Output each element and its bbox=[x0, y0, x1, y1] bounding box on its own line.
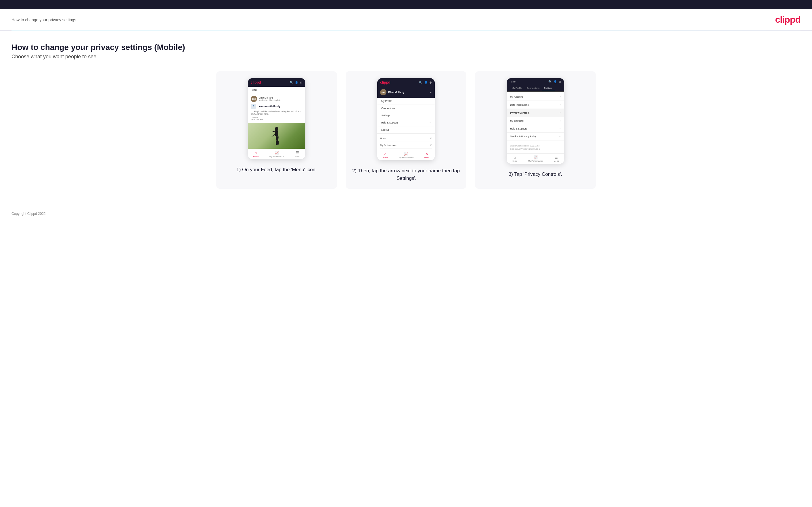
phone2-nav-menu[interactable]: ✕ Menu bbox=[424, 152, 429, 159]
lesson-row: 🏌 Lesson with Fordy bbox=[251, 104, 303, 109]
dropdown-user-row[interactable]: BM Blair McHarg ∧ bbox=[377, 87, 435, 98]
step-3-caption: 3) Tap 'Privacy Controls'. bbox=[509, 171, 562, 178]
my-account-label: My Account bbox=[510, 95, 523, 98]
menu-icon: ☰ bbox=[555, 155, 558, 159]
phone3-icons: 🔍 👤 ⚙ bbox=[548, 80, 561, 83]
dropdown-menu: My Profile Connections Settings Help & S… bbox=[377, 98, 435, 134]
phone1-nav-menu[interactable]: ☰ Menu bbox=[295, 151, 300, 157]
search-icon: 🔍 bbox=[419, 81, 422, 84]
step-1-caption: 1) On your Feed, tap the 'Menu' icon. bbox=[236, 166, 317, 173]
performance-section-label: My Performance bbox=[380, 144, 397, 147]
lesson-icon: 🏌 bbox=[251, 104, 256, 109]
chevron-down-icon: ∨ bbox=[430, 137, 432, 140]
phone2-nav-section: Home ∨ My Performance ∨ bbox=[377, 134, 435, 150]
lesson-desc: Looking to feel like my hands are exitin… bbox=[251, 110, 303, 115]
post-user-name: Blair McHarg bbox=[259, 97, 281, 99]
my-profile-label: My Profile bbox=[381, 100, 392, 103]
home-icon: ⌂ bbox=[255, 151, 257, 155]
close-icon: ✕ bbox=[425, 152, 428, 156]
home-label: Home bbox=[383, 157, 388, 159]
duration-value: 01 hr : 30 min bbox=[251, 119, 303, 121]
svg-rect-6 bbox=[277, 141, 278, 145]
chevron-right-icon-2: › bbox=[560, 103, 561, 106]
phone2-nav-home[interactable]: ⌂ Home bbox=[383, 152, 388, 159]
client-version: Clippd Client Version: 2022.8.3-3 bbox=[510, 145, 561, 148]
chevron-right-icon-4: › bbox=[560, 119, 561, 122]
menu-my-profile[interactable]: My Profile bbox=[377, 98, 435, 105]
external-link-icon: ↗ bbox=[429, 121, 431, 124]
my-golf-bag-label: My Golf Bag bbox=[510, 119, 523, 122]
external-link-icon-2: ↗ bbox=[559, 127, 561, 130]
dropdown-user-info: BM Blair McHarg bbox=[380, 89, 404, 95]
phone1-nav-home[interactable]: ⌂ Home bbox=[253, 151, 259, 157]
menu-label: Menu bbox=[424, 157, 429, 159]
settings-icon: ⚙ bbox=[559, 80, 561, 83]
settings-my-account[interactable]: My Account › bbox=[507, 93, 564, 101]
profile-icon: 👤 bbox=[554, 80, 557, 83]
step-2-card: clippd 🔍 👤 ⚙ BM Blair McHarg ∧ bbox=[346, 71, 466, 189]
menu-connections[interactable]: Connections bbox=[377, 105, 435, 112]
help-support-label: Help & Support bbox=[381, 121, 398, 124]
main-content: How to change your privacy settings (Mob… bbox=[0, 31, 812, 206]
search-icon: 🔍 bbox=[548, 80, 552, 83]
lesson-title: Lesson with Fordy bbox=[258, 105, 281, 108]
nav-performance-section[interactable]: My Performance ∨ bbox=[380, 142, 432, 149]
copyright-text: Copyright Clippd 2022 bbox=[11, 212, 46, 216]
settings-privacy-controls[interactable]: Privacy Controls › bbox=[507, 109, 564, 117]
menu-label: Menu bbox=[554, 160, 559, 162]
chart-icon: 📈 bbox=[404, 152, 408, 156]
user-avatar: BM bbox=[251, 96, 257, 102]
gql-version: GQL Server Version: 2022.7.30-1 bbox=[510, 148, 561, 151]
tab-my-profile[interactable]: My Profile bbox=[509, 85, 524, 91]
phone2-bottom-nav: ⌂ Home 📈 My Performance ✕ Menu bbox=[377, 150, 435, 160]
chart-icon: 📈 bbox=[534, 155, 538, 159]
phone2-header: clippd 🔍 👤 ⚙ bbox=[377, 78, 435, 87]
chevron-down-icon-2: ∨ bbox=[430, 144, 432, 147]
menu-logout[interactable]: Logout bbox=[377, 126, 435, 133]
menu-settings[interactable]: Settings bbox=[377, 112, 435, 119]
svg-rect-5 bbox=[276, 141, 277, 145]
page-heading: How to change your privacy settings (Mob… bbox=[11, 43, 801, 52]
home-icon: ⌂ bbox=[384, 152, 386, 156]
settings-list: My Account › Data Integrations › Privacy… bbox=[507, 92, 564, 142]
dropdown-expand-icon[interactable]: ∧ bbox=[430, 91, 432, 94]
settings-service-privacy[interactable]: Service & Privacy Policy ↗ bbox=[507, 133, 564, 140]
home-label: Home bbox=[253, 155, 259, 157]
menu-help-support[interactable]: Help & Support ↗ bbox=[377, 119, 435, 126]
phone3-tabs: My Profile Connections Settings bbox=[507, 85, 564, 92]
feed-post: BM Blair McHarg Yesterday · Sunningdale … bbox=[248, 93, 305, 123]
phone1-bottom-nav: ⌂ Home 📈 My Performance ☰ Menu bbox=[248, 149, 305, 159]
phone3-nav-menu[interactable]: ☰ Menu bbox=[554, 155, 559, 162]
back-button[interactable]: ‹ Back bbox=[509, 80, 516, 83]
performance-label: My Performance bbox=[269, 155, 284, 157]
settings-data-integrations[interactable]: Data Integrations › bbox=[507, 101, 564, 109]
post-user-info: Blair McHarg Yesterday · Sunningdale bbox=[259, 97, 281, 101]
profile-icon: 👤 bbox=[424, 81, 427, 84]
privacy-controls-label: Privacy Controls bbox=[510, 111, 529, 114]
chevron-right-icon-3: › bbox=[560, 111, 561, 114]
clippd-logo: clippd bbox=[775, 14, 801, 25]
phone-2-mockup: clippd 🔍 👤 ⚙ BM Blair McHarg ∧ bbox=[377, 78, 435, 160]
settings-help-support[interactable]: Help & Support ↗ bbox=[507, 125, 564, 133]
phone1-icons: 🔍 👤 ⚙ bbox=[290, 81, 303, 84]
footer: Copyright Clippd 2022 bbox=[0, 206, 812, 221]
golf-image bbox=[248, 123, 305, 149]
step-1-card: clippd 🔍 👤 ⚙ Feed BM Blair McHarg bbox=[216, 71, 337, 189]
svg-point-0 bbox=[275, 127, 278, 131]
tab-settings[interactable]: Settings bbox=[542, 85, 555, 91]
dropdown-user-name: Blair McHarg bbox=[388, 91, 404, 94]
phone3-nav-home[interactable]: ⌂ Home bbox=[512, 155, 517, 162]
settings-icon: ⚙ bbox=[300, 81, 303, 84]
phone2-nav-performance[interactable]: 📈 My Performance bbox=[399, 152, 413, 159]
golfer-silhouette bbox=[269, 127, 284, 147]
header-breadcrumb: How to change your privacy settings bbox=[11, 17, 76, 22]
step-2-caption: 2) Then, tap the arrow next to your name… bbox=[351, 167, 461, 182]
home-section-label: Home bbox=[380, 137, 386, 139]
tab-connections[interactable]: Connections bbox=[524, 85, 542, 91]
phone1-nav-performance[interactable]: 📈 My Performance bbox=[269, 151, 284, 157]
settings-my-golf-bag[interactable]: My Golf Bag › bbox=[507, 117, 564, 125]
settings-label: Settings bbox=[381, 114, 390, 117]
nav-home-section[interactable]: Home ∨ bbox=[380, 135, 432, 142]
phone3-nav-performance[interactable]: 📈 My Performance bbox=[528, 155, 543, 162]
connections-label: Connections bbox=[381, 107, 395, 110]
